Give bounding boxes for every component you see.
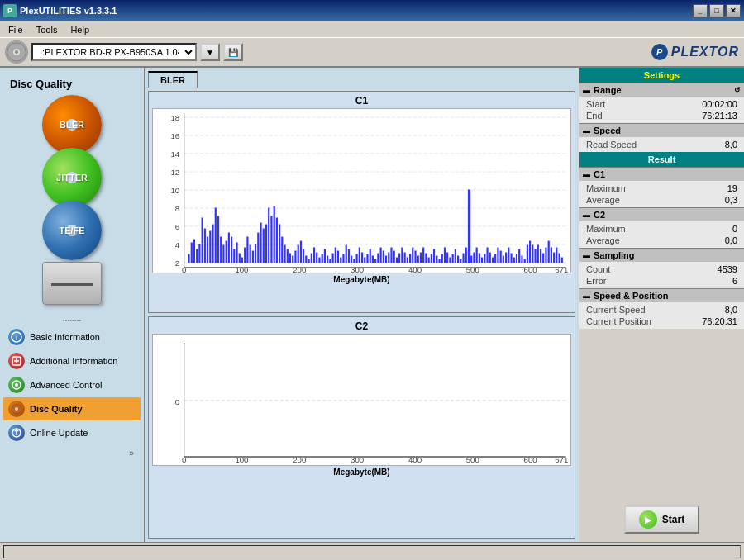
svg-rect-49 (212, 225, 213, 263)
svg-rect-161 (508, 248, 509, 263)
range-collapse-icon[interactable]: ▬ (583, 86, 590, 94)
dropdown-arrow-button[interactable]: ▼ (200, 43, 220, 61)
svg-rect-126 (417, 256, 418, 263)
svg-rect-122 (407, 258, 408, 263)
c1-xlabel: Megabyte(MB) (152, 275, 571, 284)
sidebar-item-additional-information[interactable]: Additional Information (3, 349, 141, 373)
svg-rect-71 (271, 216, 272, 263)
svg-rect-104 (359, 248, 360, 263)
svg-rect-76 (284, 245, 285, 263)
svg-rect-64 (252, 251, 253, 263)
svg-text:i: i (16, 335, 17, 342)
current-speed-value: 8,0 (725, 305, 737, 315)
svg-rect-116 (391, 248, 392, 263)
sidebar-item-online-update[interactable]: Online Update (3, 421, 141, 444)
svg-rect-155 (495, 254, 496, 263)
sidebar-item-disc-quality[interactable]: Disc Quality (3, 397, 141, 420)
c2-collapse-icon[interactable]: ▬ (583, 211, 590, 219)
c2-avg-value: 0,0 (725, 235, 737, 245)
range-reset-icon[interactable]: ↺ (734, 86, 741, 94)
speed-collapse-icon[interactable]: ▬ (583, 126, 590, 135)
drive-dropdown[interactable]: I:PLEXTOR BD-R PX-B950SA 1.04 (31, 43, 197, 61)
advanced-ctrl-icon (8, 377, 25, 393)
sampling-collapse-icon[interactable]: ▬ (583, 251, 590, 259)
range-start-value: 00:02:00 (702, 99, 737, 109)
svg-text:400: 400 (408, 456, 422, 464)
menu-file[interactable]: File (3, 23, 28, 36)
svg-rect-85 (308, 259, 309, 263)
svg-rect-114 (386, 256, 387, 263)
c2-xlabel: Megabyte(MB) (152, 467, 571, 477)
svg-rect-90 (322, 254, 322, 263)
drive-icon (5, 40, 28, 64)
svg-rect-138 (450, 258, 451, 263)
sampling-error-row: Error 6 (586, 275, 737, 287)
plextor-p-icon: P (651, 44, 668, 60)
svg-rect-151 (484, 254, 485, 263)
svg-rect-136 (444, 248, 445, 263)
c2-chart-panel: C2 0 0 100 200 300 400 500 600 671 (148, 316, 575, 539)
c2-chart-area: 0 0 100 200 300 400 500 600 671 (152, 334, 571, 466)
disc-tefe-button[interactable]: TE/FE (31, 206, 113, 255)
svg-text:600: 600 (524, 456, 537, 464)
close-button[interactable]: ✕ (726, 4, 741, 17)
disc-drive-button[interactable] (31, 259, 113, 308)
svg-rect-149 (479, 254, 479, 263)
svg-rect-77 (287, 249, 288, 263)
start-button[interactable]: ▶ Start (624, 505, 699, 534)
app-icon: P (3, 4, 17, 17)
disc-quality-icon (8, 401, 25, 417)
svg-rect-81 (298, 245, 298, 263)
advanced-ctrl-label: Advanced Control (30, 380, 102, 390)
svg-text:4: 4 (175, 241, 179, 249)
c2-max-value: 0 (732, 224, 737, 234)
svg-rect-101 (351, 256, 352, 263)
save-button[interactable]: 💾 (223, 43, 243, 61)
minimize-button[interactable]: _ (693, 4, 708, 17)
speed-body: Read Speed 8,0 (579, 137, 744, 152)
toolbar: I:PLEXTOR BD-R PX-B950SA 1.04 ▼ 💾 P PLEX… (0, 38, 744, 68)
svg-rect-87 (313, 248, 314, 263)
menubar: File Tools Help (0, 21, 744, 38)
menu-help[interactable]: Help (65, 23, 94, 36)
svg-point-2 (15, 50, 18, 54)
range-section: ▬ Range ↺ Start 00:02:00 End 76:21:13 (579, 83, 744, 123)
basic-info-icon: i (8, 329, 25, 345)
range-start-label: Start (586, 99, 605, 109)
sp-collapse-icon[interactable]: ▬ (583, 292, 590, 300)
c1-collapse-icon[interactable]: ▬ (583, 170, 590, 178)
disc-bler-button[interactable]: BLER (31, 100, 113, 149)
svg-text:0: 0 (182, 456, 186, 464)
sidebar-item-advanced-control[interactable]: Advanced Control (3, 373, 141, 396)
svg-rect-84 (306, 256, 307, 263)
disc-tefe-icon: TE/FE (42, 201, 102, 260)
svg-rect-44 (199, 244, 200, 263)
additional-info-icon (8, 353, 25, 369)
disc-jitter-button[interactable]: JITTER (31, 153, 113, 202)
svg-rect-61 (245, 248, 246, 263)
menu-tools[interactable]: Tools (31, 23, 63, 36)
disc-drive-icon (42, 262, 102, 305)
start-label: Start (662, 514, 684, 525)
svg-rect-124 (413, 248, 413, 263)
svg-rect-105 (362, 253, 363, 263)
svg-rect-95 (335, 248, 336, 263)
sidebar-expand-arrow[interactable]: » (3, 444, 141, 458)
read-speed-value: 8,0 (725, 140, 737, 149)
svg-text:500: 500 (466, 456, 479, 464)
tab-bler[interactable]: BLER (148, 71, 198, 88)
maximize-button[interactable]: □ (709, 4, 724, 17)
svg-rect-89 (319, 258, 320, 263)
svg-rect-162 (511, 254, 512, 263)
sampling-count-value: 4539 (718, 264, 737, 274)
sidebar-item-basic-information[interactable]: i Basic Information (3, 325, 141, 349)
svg-rect-80 (295, 251, 296, 263)
svg-text:671: 671 (555, 456, 568, 464)
svg-rect-135 (441, 254, 442, 263)
c2-result-label: C2 (594, 210, 605, 220)
read-speed-row: Read Speed 8,0 (586, 139, 737, 150)
svg-rect-159 (468, 190, 470, 263)
svg-rect-144 (465, 248, 466, 263)
svg-rect-157 (500, 251, 501, 263)
titlebar-buttons[interactable]: _ □ ✕ (693, 4, 741, 17)
